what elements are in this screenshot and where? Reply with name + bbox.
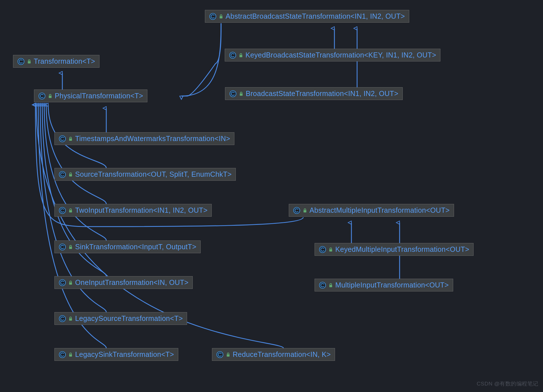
class-node-tsWatermarks[interactable]: TimestampsAndWatermarksTransformation<IN… <box>54 132 234 145</box>
lock-modifier-icon <box>219 14 223 19</box>
class-node-sink[interactable]: SinkTransformation<InputT, OutputT> <box>54 240 201 253</box>
lock-modifier-icon <box>48 94 52 98</box>
class-node-oneInput[interactable]: OneInputTransformation<IN, OUT> <box>54 276 193 289</box>
class-icon <box>319 246 326 253</box>
class-node-absMulti[interactable]: AbstractMultipleInputTransformation<OUT> <box>289 204 454 217</box>
lock-modifier-icon <box>226 352 230 357</box>
class-icon <box>216 351 224 358</box>
class-node-broadcast[interactable]: BroadcastStateTransformation<IN1, IN2, O… <box>225 87 403 100</box>
lock-modifier-icon <box>69 316 73 321</box>
class-icon <box>209 13 217 20</box>
class-icon <box>229 90 237 97</box>
class-icon <box>59 351 66 358</box>
class-node-legacySource[interactable]: LegacySourceTransformation<T> <box>54 312 187 325</box>
class-node-legacySink[interactable]: LegacySinkTransformation<T> <box>54 348 178 361</box>
class-icon <box>319 282 326 289</box>
class-icon <box>59 315 66 322</box>
class-label: AbstractMultipleInputTransformation<OUT> <box>309 206 450 214</box>
class-label: PhysicalTransformation<T> <box>55 92 143 100</box>
lock-modifier-icon <box>69 137 73 141</box>
class-label: SourceTransformation<OUT, SplitT, EnumCh… <box>75 170 232 178</box>
lock-modifier-icon <box>329 247 333 252</box>
class-icon <box>59 279 66 286</box>
class-node-transformation[interactable]: Transformation<T> <box>13 55 99 68</box>
class-label: SinkTransformation<InputT, OutputT> <box>75 243 196 251</box>
class-label: AbstractBroadcastStateTransformation<IN1… <box>226 12 405 20</box>
watermark: CSDN @有数的编程笔记 <box>477 380 538 387</box>
class-node-keyedMulti[interactable]: KeyedMultipleInputTransformation<OUT> <box>315 243 474 256</box>
class-icon <box>38 92 46 100</box>
class-icon <box>229 52 236 59</box>
class-label: LegacySourceTransformation<T> <box>75 314 183 323</box>
class-node-twoInput[interactable]: TwoInputTransformation<IN1, IN2, OUT> <box>54 204 212 217</box>
class-label: TwoInputTransformation<IN1, IN2, OUT> <box>75 206 207 214</box>
lock-modifier-icon <box>69 245 73 249</box>
diagram-canvas: Transformation<T>PhysicalTransformation<… <box>0 0 543 392</box>
class-node-physical[interactable]: PhysicalTransformation<T> <box>34 90 147 102</box>
lock-modifier-icon <box>239 91 243 96</box>
lock-modifier-icon <box>329 283 333 287</box>
class-label: LegacySinkTransformation<T> <box>75 350 174 359</box>
class-icon <box>59 207 66 214</box>
lock-modifier-icon <box>69 208 73 213</box>
lock-modifier-icon <box>69 280 73 285</box>
class-icon <box>59 171 66 178</box>
class-node-source[interactable]: SourceTransformation<OUT, SplitT, EnumCh… <box>54 168 236 181</box>
class-icon <box>293 207 300 214</box>
class-icon <box>59 243 66 251</box>
lock-modifier-icon <box>69 352 73 357</box>
class-node-keyedBroadcast[interactable]: KeyedBroadcastStateTransformation<KEY, I… <box>225 49 440 61</box>
class-node-absBroadcast[interactable]: AbstractBroadcastStateTransformation<IN1… <box>205 10 409 23</box>
lock-modifier-icon <box>239 53 243 57</box>
lock-modifier-icon <box>303 208 307 213</box>
class-label: BroadcastStateTransformation<IN1, IN2, O… <box>246 90 398 98</box>
class-node-multi[interactable]: MultipleInputTransformation<OUT> <box>315 279 453 291</box>
class-icon <box>17 58 25 65</box>
class-label: MultipleInputTransformation<OUT> <box>335 281 449 289</box>
class-label: KeyedMultipleInputTransformation<OUT> <box>335 245 469 253</box>
lock-modifier-icon <box>27 59 31 64</box>
class-label: OneInputTransformation<IN, OUT> <box>75 278 188 287</box>
class-label: Transformation<T> <box>34 57 95 65</box>
class-label: KeyedBroadcastStateTransformation<KEY, I… <box>245 51 436 59</box>
class-label: TimestampsAndWatermarksTransformation<IN… <box>75 135 230 143</box>
lock-modifier-icon <box>69 172 73 177</box>
class-label: ReduceTransformation<IN, K> <box>233 350 331 359</box>
class-node-reduce[interactable]: ReduceTransformation<IN, K> <box>212 348 335 361</box>
class-icon <box>59 135 66 142</box>
